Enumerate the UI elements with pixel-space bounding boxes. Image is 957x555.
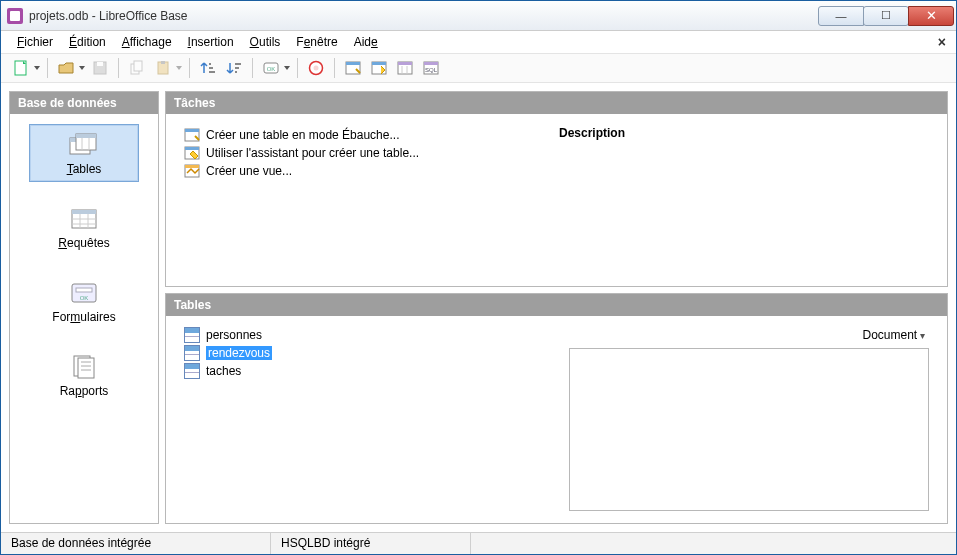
svg-rect-41 bbox=[76, 288, 92, 292]
task-create-view[interactable]: Créer une vue... bbox=[184, 162, 559, 180]
open-button[interactable] bbox=[54, 56, 78, 80]
tables-list: personnes rendezvous taches bbox=[184, 326, 555, 511]
svg-rect-7 bbox=[209, 63, 211, 65]
table-icon bbox=[184, 345, 200, 361]
main-area: Tâches Créer une table en mode Ébauche..… bbox=[165, 91, 948, 524]
form-button[interactable]: OK bbox=[259, 56, 283, 80]
task-create-table-wizard[interactable]: Utiliser l'assistant pour créer une tabl… bbox=[184, 144, 559, 162]
tasks-list: Créer une table en mode Ébauche... Utili… bbox=[184, 126, 559, 274]
form-dropdown[interactable] bbox=[283, 66, 291, 70]
table-wizard-icon bbox=[184, 145, 200, 161]
menu-view[interactable]: Affichage bbox=[114, 33, 180, 51]
sort-desc-button[interactable] bbox=[222, 56, 246, 80]
svg-rect-51 bbox=[185, 147, 199, 150]
new-table-wizard-button[interactable] bbox=[367, 56, 391, 80]
task-label: Créer une table en mode Ébauche... bbox=[206, 128, 399, 142]
window-controls: — ☐ ✕ bbox=[819, 6, 954, 26]
view-icon bbox=[184, 163, 200, 179]
status-db-type: Base de données intégrée bbox=[1, 533, 271, 554]
task-label: Utiliser l'assistant pour créer une tabl… bbox=[206, 146, 419, 160]
table-design-icon bbox=[184, 127, 200, 143]
sidebar-item-label: Tables bbox=[67, 162, 102, 176]
svg-text:OK: OK bbox=[267, 66, 276, 72]
svg-rect-20 bbox=[372, 62, 386, 65]
menu-tools[interactable]: Outils bbox=[242, 33, 289, 51]
menu-edit[interactable]: Édition bbox=[61, 33, 114, 51]
menu-help[interactable]: Aide bbox=[346, 33, 386, 51]
task-label: Créer une vue... bbox=[206, 164, 292, 178]
reports-icon bbox=[68, 353, 100, 381]
svg-rect-18 bbox=[346, 62, 360, 65]
tables-title: Tables bbox=[166, 294, 947, 316]
svg-rect-35 bbox=[72, 210, 96, 214]
table-label: personnes bbox=[206, 328, 262, 342]
sidebar-item-label: Formulaires bbox=[52, 310, 115, 324]
svg-rect-6 bbox=[161, 61, 165, 64]
copy-button[interactable] bbox=[125, 56, 149, 80]
new-table-design-button[interactable] bbox=[341, 56, 365, 80]
svg-rect-44 bbox=[78, 358, 94, 378]
menubar: Fichier Édition Affichage Insertion Outi… bbox=[1, 31, 956, 53]
paste-button[interactable] bbox=[151, 56, 175, 80]
menu-window[interactable]: Fenêtre bbox=[288, 33, 345, 51]
preview-mode-dropdown[interactable]: Document bbox=[569, 326, 929, 348]
table-icon bbox=[184, 327, 200, 343]
new-view-sql-button[interactable]: SQL bbox=[419, 56, 443, 80]
app-icon bbox=[7, 8, 23, 24]
new-button[interactable] bbox=[9, 56, 33, 80]
titlebar[interactable]: projets.odb - LibreOffice Base — ☐ ✕ bbox=[1, 1, 956, 31]
svg-rect-49 bbox=[185, 129, 199, 132]
svg-rect-10 bbox=[235, 63, 241, 65]
tasks-title: Tâches bbox=[166, 92, 947, 114]
body: Base de données Tables Requêtes OK Formu… bbox=[1, 83, 956, 532]
description-label: Description bbox=[559, 126, 929, 140]
tasks-panel: Tâches Créer une table en mode Ébauche..… bbox=[165, 91, 948, 287]
table-item-personnes[interactable]: personnes bbox=[184, 326, 555, 344]
paste-dropdown[interactable] bbox=[175, 66, 183, 70]
svg-rect-9 bbox=[209, 71, 215, 73]
save-button[interactable] bbox=[88, 56, 112, 80]
preview-box bbox=[569, 348, 929, 511]
new-dropdown[interactable] bbox=[33, 66, 41, 70]
tables-panel: Tables personnes rendezvous bbox=[165, 293, 948, 524]
svg-rect-26 bbox=[424, 62, 438, 65]
svg-rect-31 bbox=[76, 134, 96, 138]
svg-text:SQL: SQL bbox=[425, 67, 438, 73]
sidebar-item-tables[interactable]: Tables bbox=[29, 124, 139, 182]
sidebar-item-label: Rapports bbox=[60, 384, 109, 398]
sidebar-item-queries[interactable]: Requêtes bbox=[29, 198, 139, 256]
svg-rect-53 bbox=[185, 165, 199, 168]
svg-rect-8 bbox=[209, 67, 213, 69]
forms-icon: OK bbox=[68, 279, 100, 307]
open-dropdown[interactable] bbox=[78, 66, 86, 70]
svg-text:OK: OK bbox=[80, 295, 89, 301]
table-label: rendezvous bbox=[206, 346, 272, 360]
table-item-taches[interactable]: taches bbox=[184, 362, 555, 380]
sidebar-item-forms[interactable]: OK Formulaires bbox=[29, 272, 139, 330]
status-spacer bbox=[471, 533, 956, 554]
new-view-button[interactable] bbox=[393, 56, 417, 80]
app-window: projets.odb - LibreOffice Base — ☐ ✕ Fic… bbox=[0, 0, 957, 555]
maximize-button[interactable]: ☐ bbox=[863, 6, 909, 26]
svg-point-16 bbox=[314, 66, 319, 71]
menu-file[interactable]: Fichier bbox=[9, 33, 61, 51]
help-button[interactable] bbox=[304, 56, 328, 80]
queries-icon bbox=[68, 205, 100, 233]
close-button[interactable]: ✕ bbox=[908, 6, 954, 26]
document-close-icon[interactable]: × bbox=[938, 34, 946, 50]
svg-rect-4 bbox=[134, 61, 142, 71]
menu-insert[interactable]: Insertion bbox=[180, 33, 242, 51]
tables-icon bbox=[68, 131, 100, 159]
database-sidebar: Base de données Tables Requêtes OK Formu… bbox=[9, 91, 159, 524]
svg-rect-22 bbox=[398, 62, 412, 65]
minimize-button[interactable]: — bbox=[818, 6, 864, 26]
svg-rect-12 bbox=[235, 71, 237, 73]
toolbar: OK SQL bbox=[1, 53, 956, 83]
table-label: taches bbox=[206, 364, 241, 378]
task-create-table-design[interactable]: Créer une table en mode Ébauche... bbox=[184, 126, 559, 144]
table-item-rendezvous[interactable]: rendezvous bbox=[184, 344, 555, 362]
window-title: projets.odb - LibreOffice Base bbox=[29, 9, 819, 23]
sort-asc-button[interactable] bbox=[196, 56, 220, 80]
sidebar-item-reports[interactable]: Rapports bbox=[29, 346, 139, 404]
preview-column: Document bbox=[569, 326, 929, 511]
